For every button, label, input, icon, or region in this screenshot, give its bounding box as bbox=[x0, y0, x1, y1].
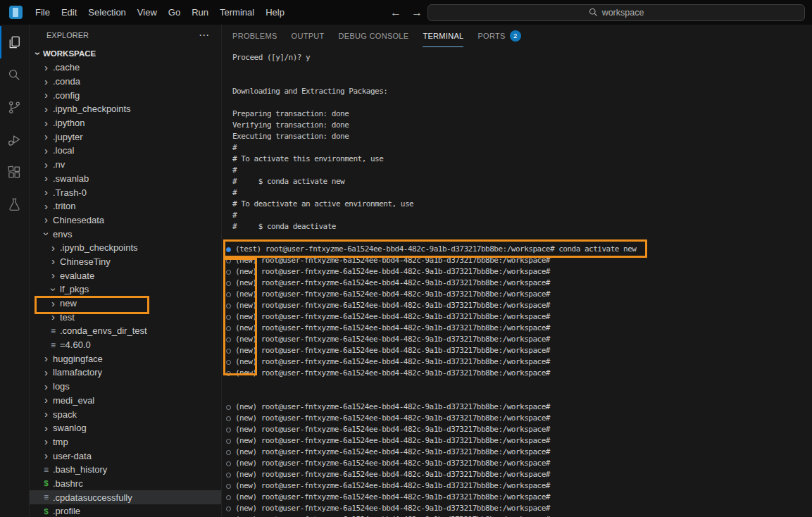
chevron-right-icon: › bbox=[41, 396, 51, 404]
tree-item-profile[interactable]: $.profile bbox=[30, 504, 221, 517]
tree-item-label: envs bbox=[51, 229, 72, 239]
tree-item-user-data[interactable]: ›user-data bbox=[30, 449, 221, 463]
panel-tabs: PROBLEMSOUTPUTDEBUG CONSOLETERMINALPORTS… bbox=[222, 25, 812, 47]
tree-item-local[interactable]: ›.local bbox=[30, 144, 221, 158]
chevron-right-icon: › bbox=[48, 257, 58, 266]
tree-item-test[interactable]: ›test bbox=[30, 310, 221, 324]
tree-item-spack[interactable]: ›spack bbox=[30, 407, 221, 421]
tree-item-label: swanlog bbox=[51, 423, 87, 433]
tree-item-label: spack bbox=[51, 409, 77, 420]
tree-item-cache[interactable]: ›.cache bbox=[30, 61, 221, 75]
forward-arrow-icon[interactable]: → bbox=[406, 6, 427, 19]
chevron-right-icon: › bbox=[41, 382, 51, 391]
tree-item-tmp[interactable]: ›tmp bbox=[30, 435, 221, 449]
menu-help[interactable]: Help bbox=[260, 4, 290, 20]
command-decoration-icon bbox=[226, 439, 231, 444]
workspace-section-header[interactable]: › WORKSPACE bbox=[30, 46, 221, 61]
prompt-text: (new) root@user-fntxyzme-6a1524ee-bbd4-4… bbox=[235, 255, 550, 266]
search-icon bbox=[589, 8, 598, 17]
chevron-down-icon: › bbox=[34, 48, 42, 58]
tree-item-label: .swanlab bbox=[51, 173, 89, 184]
tree-item-4-60-0[interactable]: ≡=4.60.0 bbox=[30, 338, 221, 352]
prompt-text: (new) root@user-fntxyzme-6a1524ee-bbd4-4… bbox=[235, 311, 550, 323]
menu-selection[interactable]: Selection bbox=[82, 4, 131, 20]
tree-item-chinesedata[interactable]: ›Chinesedata bbox=[30, 213, 221, 228]
tree-item-label: .local bbox=[51, 145, 74, 156]
tree-item-triton[interactable]: ›.triton bbox=[30, 199, 221, 213]
source-control-icon[interactable] bbox=[0, 91, 29, 123]
tree-item-conda-envs-dir-test[interactable]: ≡.conda_envs_dir_test bbox=[30, 324, 221, 338]
tree-item-cpdatasuccessfully[interactable]: ≡.cpdatasuccessfully bbox=[30, 490, 221, 504]
command-decoration-icon bbox=[226, 349, 231, 354]
terminal-prompt-line: (new) root@user-fntxyzme-6a1524ee-bbd4-4… bbox=[222, 266, 812, 278]
command-decoration-icon bbox=[226, 405, 231, 410]
extensions-icon[interactable] bbox=[0, 156, 29, 188]
tab-label: TERMINAL bbox=[423, 32, 463, 40]
terminal-line: Downloading and Extracting Packages: bbox=[222, 86, 812, 97]
tab-problems[interactable]: PROBLEMS bbox=[232, 25, 277, 47]
command-center-search[interactable]: workspace bbox=[427, 4, 805, 21]
tree-item-medi-eval[interactable]: ›medi_eval bbox=[30, 394, 221, 408]
tree-item-jupyter[interactable]: ›.jupyter bbox=[30, 130, 221, 144]
tree-item-ipynb-checkpoints[interactable]: ›.ipynb_checkpoints bbox=[30, 241, 221, 255]
prompt-text: (new) root@user-fntxyzme-6a1524ee-bbd4-4… bbox=[235, 401, 550, 413]
tree-item-bash-history[interactable]: ≡.bash_history bbox=[30, 463, 221, 477]
tree-item-nv[interactable]: ›.nv bbox=[30, 158, 221, 172]
chevron-right-icon: › bbox=[41, 119, 51, 127]
command-decoration-icon bbox=[226, 506, 231, 511]
tree-item-llamafactory[interactable]: ›llamafactory bbox=[30, 366, 221, 380]
terminal-view[interactable]: Proceed ([y]/n)? y Downloading and Extra… bbox=[222, 47, 812, 517]
command-decoration-icon bbox=[226, 304, 231, 309]
menu-run[interactable]: Run bbox=[186, 4, 214, 20]
prompt-text: (new) root@user-fntxyzme-6a1524ee-bbd4-4… bbox=[235, 300, 550, 311]
testing-icon[interactable] bbox=[0, 188, 29, 220]
terminal-prompt-line: (new) root@user-fntxyzme-6a1524ee-bbd4-4… bbox=[222, 356, 812, 368]
tree-item-logs[interactable]: ›logs bbox=[30, 380, 221, 394]
tab-debug-console[interactable]: DEBUG CONSOLE bbox=[339, 25, 409, 47]
chevron-right-icon: › bbox=[41, 188, 51, 197]
tree-item-ipython[interactable]: ›.ipython bbox=[30, 116, 221, 130]
prompt-text: (new) root@user-fntxyzme-6a1524ee-bbd4-4… bbox=[235, 480, 550, 492]
tab-output[interactable]: OUTPUT bbox=[292, 25, 325, 47]
more-actions-icon[interactable]: ⋯ bbox=[199, 29, 210, 42]
tree-item-conda[interactable]: ›.conda bbox=[30, 75, 221, 89]
prompt-text: (new) root@user-fntxyzme-6a1524ee-bbd4-4… bbox=[235, 424, 550, 435]
search-icon[interactable] bbox=[0, 58, 29, 91]
menu-terminal[interactable]: Terminal bbox=[214, 4, 260, 20]
tree-item-swanlog[interactable]: ›swanlog bbox=[30, 421, 221, 435]
tab-terminal[interactable]: TERMINAL bbox=[423, 25, 463, 47]
chevron-right-icon: › bbox=[41, 410, 51, 418]
chevron-right-icon: › bbox=[41, 451, 51, 460]
tree-item-lf-pkgs[interactable]: ›lf_pkgs bbox=[30, 282, 221, 297]
tree-item-envs[interactable]: ›envs bbox=[30, 227, 221, 241]
terminal-line: Verifying transaction: done bbox=[222, 120, 812, 131]
search-text: workspace bbox=[602, 8, 644, 18]
tab-ports[interactable]: PORTS2 bbox=[477, 25, 520, 47]
menu-view[interactable]: View bbox=[132, 4, 163, 20]
run-debug-icon[interactable] bbox=[0, 123, 29, 156]
tree-item-config[interactable]: ›.config bbox=[30, 88, 221, 102]
menu-file[interactable]: File bbox=[30, 4, 56, 20]
chevron-right-icon: › bbox=[48, 299, 58, 308]
menu-go[interactable]: Go bbox=[163, 4, 186, 20]
file-tree: ›.cache›.conda›.config›.ipynb_checkpoint… bbox=[30, 61, 221, 517]
tree-item-swanlab[interactable]: ›.swanlab bbox=[30, 172, 221, 186]
tree-item-chinesetiny[interactable]: ›ChineseTiny bbox=[30, 255, 221, 269]
prompt-text: (new) root@user-fntxyzme-6a1524ee-bbd4-4… bbox=[235, 458, 550, 469]
tree-item-ipynb-checkpoints[interactable]: ›.ipynb_checkpoints bbox=[30, 102, 221, 116]
tree-item-label: =4.60.0 bbox=[58, 340, 91, 350]
ports-count-badge: 2 bbox=[510, 30, 521, 42]
tree-item-new[interactable]: ›new bbox=[30, 297, 221, 311]
tree-item-trash-0[interactable]: ›.Trash-0 bbox=[30, 185, 221, 199]
menu-edit[interactable]: Edit bbox=[56, 4, 82, 20]
explorer-icon[interactable] bbox=[0, 26, 29, 58]
back-arrow-icon[interactable]: ← bbox=[385, 6, 406, 19]
prompt-text: (new) root@user-fntxyzme-6a1524ee-bbd4-4… bbox=[235, 334, 550, 345]
terminal-line: # bbox=[222, 142, 812, 154]
tree-item-label: llamafactory bbox=[51, 367, 102, 378]
tree-item-evaluate[interactable]: ›evaluate bbox=[30, 268, 221, 282]
tree-item-huggingface[interactable]: ›huggingface bbox=[30, 351, 221, 366]
tree-item-label: .Trash-0 bbox=[51, 187, 87, 198]
terminal-prompt-line: (new) root@user-fntxyzme-6a1524ee-bbd4-4… bbox=[222, 255, 812, 266]
tree-item-bashrc[interactable]: $.bashrc bbox=[30, 477, 221, 491]
